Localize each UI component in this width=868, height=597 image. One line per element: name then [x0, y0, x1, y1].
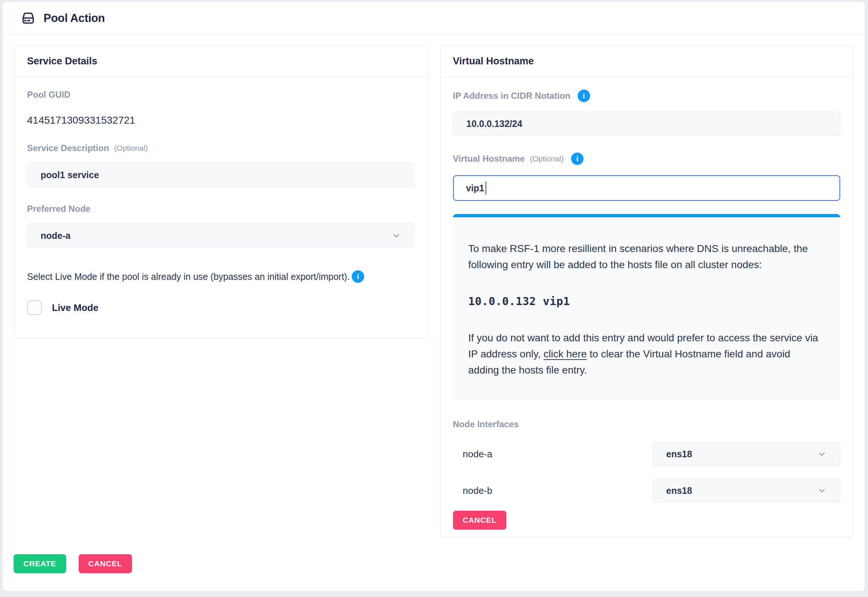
preferred-node-select[interactable]: node-a: [27, 224, 415, 248]
chevron-down-icon: [392, 231, 401, 241]
live-mode-hint-row: Select Live Mode if the pool is already …: [27, 270, 415, 283]
create-button[interactable]: CREATE: [13, 554, 66, 573]
cancel-button[interactable]: CANCEL: [79, 554, 132, 573]
info-icon[interactable]: i: [571, 153, 584, 165]
live-mode-row: Live Mode: [27, 300, 415, 315]
node-a-interface-select[interactable]: ens18: [653, 442, 840, 466]
ip-cidr-value: 10.0.0.132/24: [467, 119, 523, 129]
panel-cancel-button[interactable]: CANCEL: [453, 511, 507, 530]
service-details-panel: Service Details Pool GUID 41451713093315…: [14, 45, 427, 339]
ip-cidr-label: IP Address in CIDR Notation: [453, 91, 570, 101]
clear-hostname-link[interactable]: click here: [543, 348, 587, 359]
virtual-hostname-header: Virtual Hostname: [441, 46, 853, 77]
callout-body: To make RSF-1 more resillient in scenari…: [453, 217, 841, 400]
page-title: Pool Action: [43, 12, 105, 25]
preferred-node-value: node-a: [41, 230, 71, 241]
service-description-label: Service Description (Optional): [27, 143, 415, 153]
preferred-node-label: Preferred Node: [27, 204, 415, 214]
service-details-body: Pool GUID 4145171309331532721 Service De…: [15, 77, 427, 339]
service-description-value: pool1 service: [41, 170, 99, 180]
virtual-hostname-label: Virtual Hostname: [453, 154, 525, 164]
footer-actions: CREATE CANCEL: [3, 538, 865, 573]
text-cursor: [486, 181, 486, 195]
node-a-interface-value: ens18: [666, 449, 692, 459]
live-mode-hint: Select Live Mode if the pool is already …: [27, 272, 350, 282]
virtual-hostname-body: IP Address in CIDR Notation i 10.0.0.132…: [441, 77, 853, 537]
chevron-down-icon: [817, 486, 827, 495]
pool-drive-icon: [20, 10, 36, 26]
node-b-label: node-b: [453, 485, 492, 496]
app-header: Pool Action: [3, 2, 865, 35]
pool-action-card: Pool Action Service Details Pool GUID 41…: [2, 1, 865, 591]
info-icon[interactable]: i: [352, 270, 364, 283]
virtual-hostname-label-row: Virtual Hostname (Optional) i: [453, 153, 841, 165]
virtual-hostname-title: Virtual Hostname: [453, 56, 534, 67]
callout-accent-bar: [453, 214, 841, 217]
virtual-hostname-panel: Virtual Hostname IP Address in CIDR Nota…: [440, 45, 853, 538]
service-description-optional: (Optional): [114, 144, 148, 153]
node-b-interface-select[interactable]: ens18: [653, 478, 840, 503]
virtual-hostname-value: vip1: [466, 183, 484, 193]
ip-cidr-label-row: IP Address in CIDR Notation i: [453, 90, 841, 102]
virtual-hostname-input[interactable]: vip1: [453, 175, 841, 201]
live-mode-checkbox[interactable]: [27, 300, 42, 315]
panel-cancel-row: CANCEL: [453, 511, 841, 530]
pool-guid-label: Pool GUID: [27, 90, 415, 100]
chevron-down-icon: [817, 449, 827, 459]
node-interfaces-label: Node Interfaces: [453, 419, 841, 429]
node-a-label: node-a: [453, 448, 492, 460]
node-b-interface-value: ens18: [666, 486, 692, 496]
virtual-hostname-optional: (Optional): [530, 154, 563, 163]
pool-guid-value: 4145171309331532721: [27, 114, 415, 126]
node-interface-row: node-b ens18: [453, 478, 841, 503]
info-icon[interactable]: i: [578, 90, 590, 102]
service-description-input[interactable]: pool1 service: [27, 163, 415, 187]
ip-cidr-input[interactable]: 10.0.0.132/24: [453, 111, 841, 136]
callout-paragraph-1: To make RSF-1 more resillient in scenari…: [468, 241, 824, 273]
node-interface-row: node-a ens18: [453, 442, 841, 466]
service-details-header: Service Details: [15, 46, 427, 77]
live-mode-label: Live Mode: [52, 302, 98, 313]
callout-paragraph-2: If you do not want to add this entry and…: [468, 330, 824, 378]
hosts-entry: 10.0.0.132 vip1: [468, 293, 824, 309]
service-description-label-text: Service Description: [27, 143, 109, 153]
panels-row: Service Details Pool GUID 41451713093315…: [3, 35, 865, 538]
service-details-title: Service Details: [27, 56, 97, 67]
hosts-file-callout: To make RSF-1 more resillient in scenari…: [453, 214, 841, 400]
